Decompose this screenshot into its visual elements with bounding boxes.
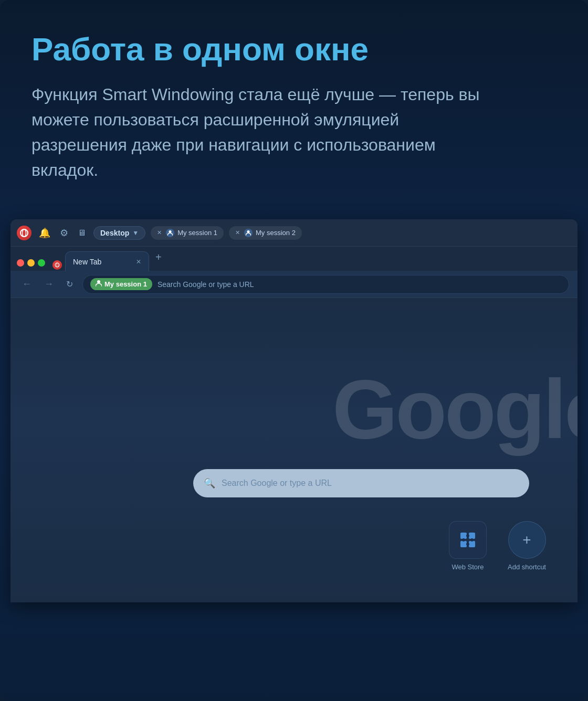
browser-content: Google 🔍 Search Google or type a URL bbox=[10, 298, 578, 602]
browser-window: 🔔 ⚙ 🖥 Desktop ▼ ✕ My session 1 bbox=[10, 219, 578, 602]
workspace-selector[interactable]: Desktop ▼ bbox=[93, 226, 145, 240]
add-shortcut[interactable]: + Add shortcut bbox=[508, 521, 546, 571]
search-placeholder: Search Google or type a URL bbox=[222, 479, 332, 488]
new-tab-button[interactable]: + bbox=[150, 248, 167, 271]
google-logo-text: Google bbox=[332, 361, 578, 458]
session-badge-label: My session 1 bbox=[104, 280, 147, 288]
notification-bell-icon[interactable]: 🔔 bbox=[37, 225, 52, 241]
session-badge: My session 1 bbox=[90, 278, 152, 290]
svg-rect-8 bbox=[469, 533, 475, 539]
add-shortcut-label: Add shortcut bbox=[508, 563, 546, 571]
chevron-down-icon: ▼ bbox=[132, 229, 139, 237]
maximize-window-button[interactable] bbox=[38, 259, 45, 267]
session-1-avatar bbox=[166, 229, 174, 237]
address-bar[interactable]: My session 1 Search Google or type a URL bbox=[82, 275, 569, 294]
svg-rect-10 bbox=[469, 541, 475, 547]
web-store-icon-box bbox=[449, 521, 487, 559]
svg-point-12 bbox=[466, 543, 469, 546]
svg-point-14 bbox=[470, 538, 474, 541]
svg-point-11 bbox=[466, 534, 469, 537]
tab-favicon bbox=[52, 260, 62, 270]
svg-rect-7 bbox=[460, 533, 467, 539]
tab-title: New Tab bbox=[73, 258, 101, 266]
workspace-label: Desktop bbox=[100, 229, 129, 237]
add-shortcut-plus-icon: + bbox=[522, 533, 531, 547]
svg-rect-9 bbox=[460, 541, 467, 547]
back-button[interactable]: ← bbox=[19, 277, 35, 292]
session-1-label: My session 1 bbox=[177, 229, 217, 237]
tab-close-button[interactable]: ✕ bbox=[136, 258, 141, 265]
address-placeholder: Search Google or type a URL bbox=[158, 280, 254, 289]
svg-point-5 bbox=[56, 263, 58, 267]
close-icon-2[interactable]: ✕ bbox=[235, 229, 240, 236]
subtitle: Функция Smart Windowing стала ещё лучше … bbox=[32, 82, 483, 183]
google-logo-area: Google bbox=[332, 361, 578, 458]
display-icon[interactable]: 🖥 bbox=[76, 226, 88, 240]
forward-button[interactable]: → bbox=[41, 277, 57, 292]
svg-point-1 bbox=[23, 229, 26, 237]
shortcuts-area: Web Store + Add shortcut bbox=[449, 521, 546, 571]
traffic-lights bbox=[17, 259, 45, 271]
session-2-avatar bbox=[244, 229, 253, 237]
page-wrapper: Работа в одном окне Функция Smart Window… bbox=[0, 0, 588, 701]
session-tab-2[interactable]: ✕ My session 2 bbox=[229, 226, 302, 240]
svg-point-13 bbox=[462, 538, 465, 541]
session-badge-icon bbox=[96, 280, 102, 289]
session-tab-1[interactable]: ✕ My session 1 bbox=[151, 226, 224, 240]
main-title: Работа в одном окне bbox=[32, 31, 556, 67]
svg-point-6 bbox=[97, 280, 100, 283]
minimize-window-button[interactable] bbox=[27, 259, 35, 267]
settings-gear-icon[interactable]: ⚙ bbox=[58, 225, 70, 241]
header-section: Работа в одном окне Функция Smart Window… bbox=[0, 0, 588, 204]
active-tab[interactable]: New Tab ✕ bbox=[65, 251, 149, 271]
web-store-icon bbox=[456, 528, 479, 551]
web-store-label: Web Store bbox=[452, 563, 484, 571]
tab-bar: New Tab ✕ + bbox=[10, 247, 578, 271]
reload-button[interactable]: ↻ bbox=[63, 277, 76, 291]
search-icon: 🔍 bbox=[204, 477, 215, 489]
svg-point-0 bbox=[20, 229, 28, 237]
web-store-shortcut[interactable]: Web Store bbox=[449, 521, 487, 571]
browser-search-bar[interactable]: 🔍 Search Google or type a URL bbox=[193, 469, 529, 497]
add-shortcut-icon-box: + bbox=[508, 521, 546, 559]
opera-logo[interactable] bbox=[17, 226, 32, 240]
svg-point-4 bbox=[55, 263, 59, 267]
session-2-label: My session 2 bbox=[256, 229, 296, 237]
close-icon[interactable]: ✕ bbox=[157, 229, 162, 236]
address-bar-row: ← → ↻ My session 1 Search Google or type… bbox=[10, 271, 578, 298]
close-window-button[interactable] bbox=[17, 259, 24, 267]
top-bar: 🔔 ⚙ 🖥 Desktop ▼ ✕ My session 1 bbox=[10, 219, 578, 247]
